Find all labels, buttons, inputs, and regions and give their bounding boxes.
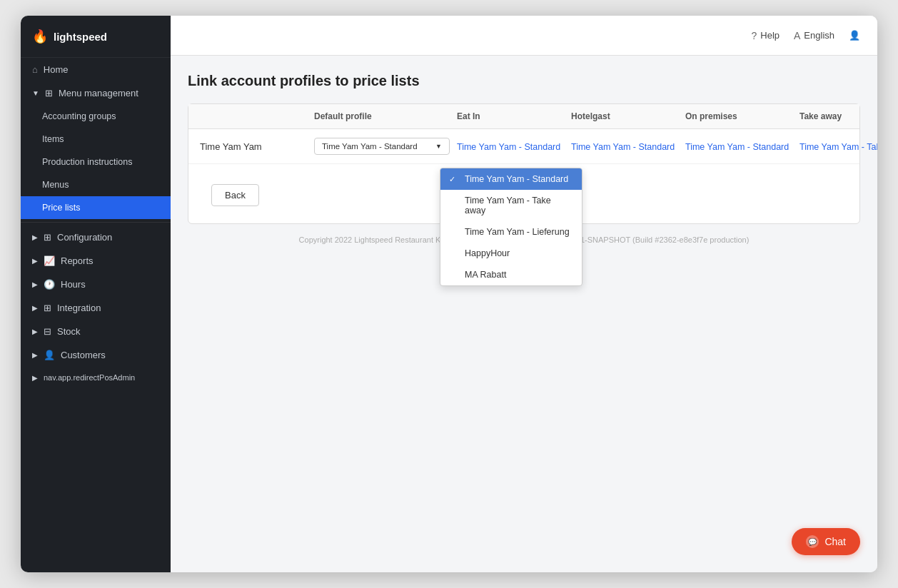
- check-icon: ✓: [449, 175, 459, 184]
- back-button[interactable]: Back: [211, 184, 259, 206]
- col-header-takeaway: Take away: [799, 111, 877, 121]
- dropdown-option-2[interactable]: Time Yam Yam - Take away: [440, 190, 582, 221]
- customers-icon: 👤: [44, 350, 55, 360]
- arrow-right-icon6: ▶: [32, 351, 38, 359]
- logo-icon: 🔥: [32, 29, 48, 44]
- sidebar-item-nav-redirect[interactable]: ▶ nav.app.redirectPosAdmin: [21, 367, 171, 388]
- user-icon: 👤: [849, 30, 860, 41]
- stock-label: Stock: [57, 326, 81, 337]
- table-header: Default profile Eat In Hotelgast On prem…: [188, 104, 859, 129]
- dropdown-option-1[interactable]: ✓ Time Yam Yam - Standard: [440, 168, 582, 190]
- sidebar-item-home[interactable]: ⌂ Home: [21, 58, 171, 81]
- dropdown-option-label-3: Time Yam Yam - Lieferung: [465, 227, 570, 237]
- hours-label: Hours: [61, 279, 86, 290]
- page-title: Link account profiles to price lists: [188, 73, 860, 89]
- hotelgast-link[interactable]: Time Yam Yam - Standard: [571, 142, 675, 152]
- config-icon: ⊞: [44, 232, 51, 243]
- take-away-cell: Time Yam Yam - Take away: [799, 140, 877, 153]
- chat-button[interactable]: 💬 Chat: [792, 528, 860, 555]
- menu-management-label: Menu management: [59, 88, 138, 98]
- sidebar-item-hours[interactable]: ▶ 🕐 Hours: [21, 273, 171, 296]
- configuration-label: Configuration: [57, 232, 112, 243]
- language-button[interactable]: A English: [794, 30, 834, 41]
- help-icon: ?: [751, 30, 757, 41]
- dropdown-option-label-4: HappyHour: [465, 248, 510, 258]
- dropdown-option-3[interactable]: Time Yam Yam - Lieferung: [440, 221, 582, 243]
- sidebar-item-integration[interactable]: ▶ ⊞ Integration: [21, 296, 171, 320]
- take-away-link[interactable]: Time Yam Yam - Take away: [799, 142, 877, 152]
- dropdown-option-label-5: MA Rabatt: [465, 270, 506, 280]
- dropdown-option-4[interactable]: HappyHour: [440, 243, 582, 264]
- production-instructions-label: Production instructions: [42, 157, 132, 167]
- row-label: Time Yam Yam: [200, 141, 314, 152]
- on-premises-link[interactable]: Time Yam Yam - Standard: [685, 142, 789, 152]
- arrow-right-icon2: ▶: [32, 257, 38, 265]
- col-header-hotelgast: Hotelgast: [571, 111, 685, 121]
- dropdown-option-label-2: Time Yam Yam - Take away: [465, 196, 573, 216]
- arrow-right-icon3: ▶: [32, 280, 38, 288]
- help-label: Help: [760, 30, 780, 41]
- sidebar-item-menu-management[interactable]: ▼ ⊞ Menu management: [21, 81, 171, 105]
- sidebar-item-menus[interactable]: Menus: [21, 173, 171, 196]
- arrow-down-icon: ▼: [32, 89, 39, 97]
- customers-label: Customers: [61, 350, 106, 360]
- sidebar-item-stock[interactable]: ▶ ⊟ Stock: [21, 320, 171, 343]
- sidebar-item-production-instructions[interactable]: Production instructions: [21, 151, 171, 173]
- eat-in-cell: Time Yam Yam - Standard: [457, 140, 571, 153]
- col-header-onpremises: On premises: [685, 111, 799, 121]
- help-button[interactable]: ? Help: [751, 30, 780, 41]
- dropdown-arrow-icon: ▼: [435, 143, 442, 150]
- items-label: Items: [42, 134, 64, 144]
- logo-text: lightspeed: [54, 31, 107, 43]
- chat-label: Chat: [824, 536, 846, 547]
- user-button[interactable]: 👤: [849, 30, 860, 41]
- integration-label: Integration: [57, 303, 101, 313]
- dropdown-option-5[interactable]: MA Rabatt: [440, 264, 582, 285]
- arrow-right-icon4: ▶: [32, 304, 38, 312]
- menu-icon: ⊞: [45, 88, 53, 98]
- integration-icon: ⊞: [44, 303, 51, 313]
- logo[interactable]: 🔥 lightspeed: [21, 16, 171, 58]
- price-lists-label: Price lists: [42, 203, 80, 213]
- eat-in-link[interactable]: Time Yam Yam - Standard: [457, 142, 560, 152]
- col-header-default: Default profile: [314, 111, 457, 121]
- menu-management-submenu: Accounting groups Items Production instr…: [21, 105, 171, 219]
- main-content: Link account profiles to price lists Def…: [171, 56, 877, 572]
- language-icon: A: [794, 30, 800, 41]
- nav-redirect-label: nav.app.redirectPosAdmin: [44, 373, 135, 382]
- reports-icon: 📈: [44, 255, 55, 266]
- main-area: ? Help A English 👤 Link account profiles…: [171, 16, 877, 572]
- arrow-right-icon7: ▶: [32, 374, 38, 382]
- sidebar-item-customers[interactable]: ▶ 👤 Customers: [21, 343, 171, 367]
- reports-label: Reports: [61, 255, 94, 266]
- default-profile-dropdown[interactable]: Time Yam Yam - Standard ▼: [314, 138, 450, 155]
- topbar: ? Help A English 👤: [171, 16, 877, 56]
- hours-icon: 🕐: [44, 279, 55, 290]
- home-icon: ⌂: [32, 64, 38, 75]
- col-header-eatin: Eat In: [457, 111, 571, 121]
- dropdown-menu: ✓ Time Yam Yam - Standard Time Yam Yam -…: [440, 168, 582, 286]
- menus-label: Menus: [42, 180, 69, 190]
- accounting-groups-label: Accounting groups: [42, 111, 116, 121]
- sidebar-item-reports[interactable]: ▶ 📈 Reports: [21, 249, 171, 273]
- dropdown-selected-value: Time Yam Yam - Standard: [322, 142, 431, 151]
- default-profile-cell: Time Yam Yam - Standard ▼ ✓ Time Yam Yam…: [314, 138, 457, 155]
- price-list-table: Default profile Eat In Hotelgast On prem…: [188, 103, 860, 224]
- arrow-right-icon: ▶: [32, 233, 38, 241]
- on-premises-cell: Time Yam Yam - Standard: [685, 140, 799, 153]
- col-header-empty: [200, 111, 314, 121]
- stock-icon: ⊟: [44, 326, 51, 337]
- sidebar-item-accounting-groups[interactable]: Accounting groups: [21, 105, 171, 128]
- arrow-right-icon5: ▶: [32, 328, 38, 335]
- home-label: Home: [44, 64, 69, 75]
- sidebar: 🔥 lightspeed ⌂ Home ▼ ⊞ Menu management …: [21, 16, 171, 572]
- language-label: English: [804, 30, 834, 41]
- sidebar-item-price-lists[interactable]: Price lists: [21, 196, 171, 219]
- hotelgast-cell: Time Yam Yam - Standard: [571, 140, 685, 153]
- dropdown-option-label-1: Time Yam Yam - Standard: [465, 174, 568, 184]
- table-row: Time Yam Yam Time Yam Yam - Standard ▼ ✓…: [188, 129, 859, 164]
- sidebar-item-items[interactable]: Items: [21, 128, 171, 151]
- chat-icon: 💬: [806, 535, 819, 548]
- sidebar-item-configuration[interactable]: ▶ ⊞ Configuration: [21, 225, 171, 249]
